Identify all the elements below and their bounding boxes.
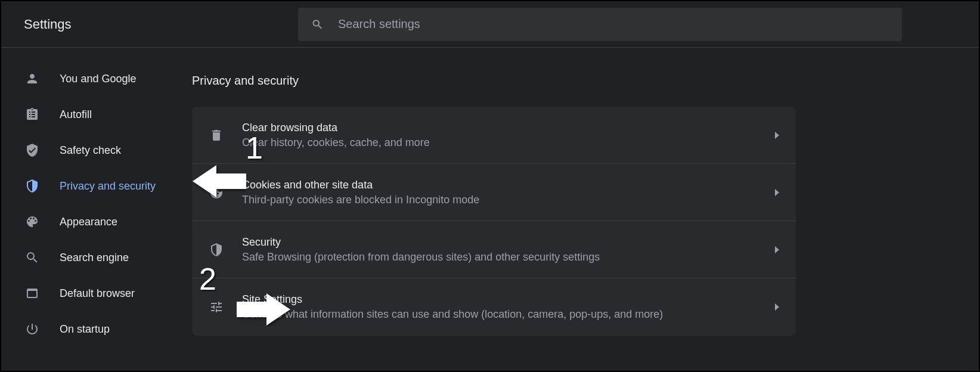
main-content: Privacy and security Clear browsing data… bbox=[192, 48, 979, 347]
person-icon bbox=[25, 72, 39, 86]
card-item-site-settings[interactable]: Site Settings Controls what information … bbox=[192, 278, 796, 336]
sidebar-item-on-startup[interactable]: On startup bbox=[1, 311, 192, 347]
chevron-right-icon bbox=[775, 303, 779, 311]
card-item-subtitle: Safe Browsing (protection from dangerous… bbox=[242, 251, 775, 264]
search-input[interactable] bbox=[338, 17, 889, 31]
browser-icon bbox=[25, 286, 39, 300]
section-title: Privacy and security bbox=[192, 74, 979, 88]
chevron-right-icon bbox=[775, 246, 779, 253]
search-icon bbox=[311, 18, 324, 31]
card-item-title: Security bbox=[242, 236, 775, 249]
search-container[interactable] bbox=[298, 8, 902, 41]
privacy-card: Clear browsing data Clear history, cooki… bbox=[192, 107, 796, 336]
trash-icon bbox=[209, 128, 224, 143]
power-icon bbox=[25, 322, 39, 336]
shield-icon bbox=[209, 242, 224, 258]
card-item-subtitle: Controls what information sites can use … bbox=[242, 308, 775, 321]
palette-icon bbox=[25, 215, 39, 229]
shield-check-icon bbox=[25, 143, 39, 157]
sidebar-item-label: On startup bbox=[60, 323, 110, 336]
sidebar-item-appearance[interactable]: Appearance bbox=[1, 204, 192, 240]
page-title: Settings bbox=[24, 17, 298, 32]
tune-icon bbox=[209, 299, 224, 315]
annotation-number-2: 2 bbox=[199, 261, 216, 297]
sidebar-item-label: You and Google bbox=[60, 73, 136, 85]
card-item-title: Cookies and other site data bbox=[242, 179, 775, 191]
card-item-subtitle: Third-party cookies are blocked in Incog… bbox=[242, 194, 775, 206]
sidebar-item-label: Privacy and security bbox=[60, 180, 156, 193]
sidebar-item-label: Appearance bbox=[60, 216, 117, 228]
card-item-security[interactable]: Security Safe Browsing (protection from … bbox=[192, 221, 796, 278]
clipboard-icon bbox=[25, 107, 39, 122]
sidebar-item-autofill[interactable]: Autofill bbox=[1, 97, 192, 132]
search-icon bbox=[25, 250, 39, 265]
card-item-subtitle: Clear history, cookies, cache, and more bbox=[242, 137, 775, 149]
annotation-number-1: 1 bbox=[246, 130, 263, 166]
sidebar: You and Google Autofill Safety check Pri… bbox=[1, 48, 192, 347]
sidebar-item-safety-check[interactable]: Safety check bbox=[1, 132, 192, 168]
card-item-title: Clear browsing data bbox=[242, 122, 775, 134]
chevron-right-icon bbox=[775, 132, 779, 139]
sidebar-item-you-and-google[interactable]: You and Google bbox=[1, 61, 192, 97]
chevron-right-icon bbox=[775, 189, 779, 196]
sidebar-item-privacy-and-security[interactable]: Privacy and security bbox=[1, 168, 192, 204]
cookie-icon bbox=[209, 185, 224, 200]
sidebar-item-label: Search engine bbox=[60, 252, 129, 264]
sidebar-item-label: Safety check bbox=[60, 144, 121, 157]
sidebar-item-label: Autofill bbox=[60, 108, 92, 121]
sidebar-item-search-engine[interactable]: Search engine bbox=[1, 240, 192, 275]
card-item-clear-browsing-data[interactable]: Clear browsing data Clear history, cooki… bbox=[192, 107, 796, 164]
card-item-cookies[interactable]: Cookies and other site data Third-party … bbox=[192, 164, 796, 221]
sidebar-item-default-browser[interactable]: Default browser bbox=[1, 275, 192, 311]
card-item-title: Site Settings bbox=[242, 293, 775, 306]
sidebar-item-label: Default browser bbox=[60, 287, 135, 300]
shield-icon bbox=[25, 179, 39, 193]
